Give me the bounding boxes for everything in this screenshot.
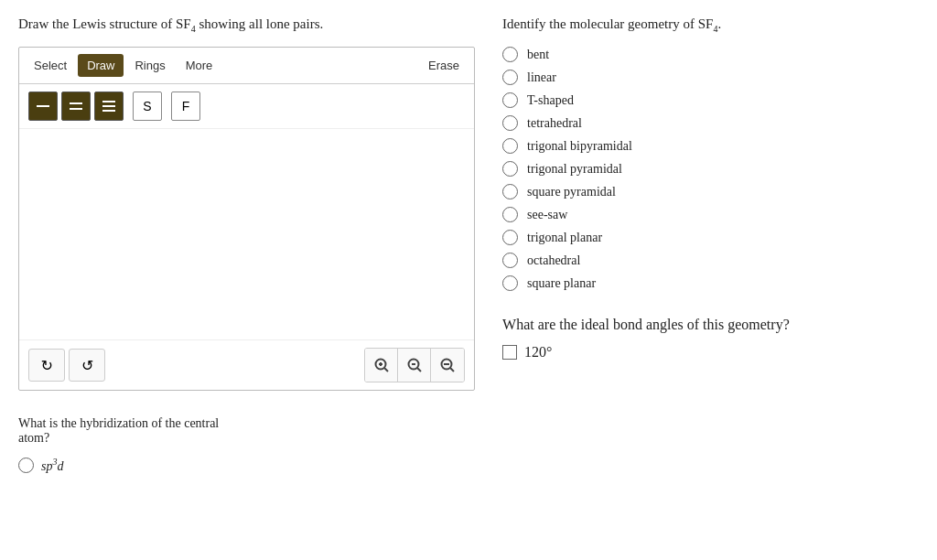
drawing-canvas[interactable]: [19, 129, 474, 339]
bond-angle-checkbox[interactable]: [502, 345, 517, 360]
bond-angles-section: What are the ideal bond angles of this g…: [502, 317, 919, 361]
left-panel: Draw the Lewis structure of SF4 showing …: [18, 15, 493, 545]
geometry-option-label: trigonal bipyramidal: [527, 139, 632, 154]
geometry-option-label: trigonal planar: [527, 231, 602, 245]
geometry-radio-circle[interactable]: [502, 161, 518, 177]
svg-line-12: [417, 368, 421, 372]
geometry-option[interactable]: trigonal pyramidal: [502, 161, 919, 177]
geometry-radio-circle[interactable]: [502, 275, 518, 291]
single-bond-button[interactable]: [28, 92, 58, 121]
bottom-questions-left: What is the hybridization of the central…: [18, 416, 475, 474]
bond-angles-question: What are the ideal bond angles of this g…: [502, 317, 919, 333]
geometry-option-label: tetrahedral: [527, 116, 582, 131]
geometry-option[interactable]: square pyramidal: [502, 184, 919, 199]
hybridization-section: What is the hybridization of the central…: [18, 416, 247, 474]
bond-angle-checkbox-row[interactable]: 120°: [502, 344, 919, 361]
geometry-option-label: T-shaped: [527, 93, 574, 108]
undo-button[interactable]: ↺: [69, 349, 105, 382]
geometry-option-label: see-saw: [527, 208, 567, 222]
geometry-option[interactable]: bent: [502, 47, 919, 62]
double-bond-button[interactable]: [61, 92, 91, 121]
geometry-option-label: linear: [527, 70, 556, 85]
geometry-option[interactable]: trigonal planar: [502, 230, 919, 245]
right-panel: Identify the molecular geometry of SF4. …: [493, 15, 919, 545]
hybridization-answer: sp3d: [41, 457, 63, 474]
zoom-out-button[interactable]: [431, 349, 464, 382]
history-buttons: ↺ ↺: [28, 349, 105, 382]
geometry-option-label: octahedral: [527, 253, 580, 268]
rings-button[interactable]: Rings: [125, 54, 174, 77]
left-question-suffix: showing all lone pairs.: [196, 16, 324, 31]
left-question-text: Draw the Lewis structure of SF: [18, 16, 191, 31]
geometry-option[interactable]: octahedral: [502, 253, 919, 268]
svg-line-9: [384, 368, 388, 372]
left-question: Draw the Lewis structure of SF4 showing …: [18, 15, 475, 36]
geometry-radio-circle[interactable]: [502, 92, 518, 108]
geometry-radio-circle[interactable]: [502, 230, 518, 245]
geometry-option-label: square pyramidal: [527, 185, 616, 199]
redo-button[interactable]: ↺: [28, 349, 65, 382]
geometry-option[interactable]: T-shaped: [502, 92, 919, 108]
bottom-controls: ↺ ↺: [19, 339, 474, 390]
bond-tools: S F: [19, 84, 474, 129]
draw-button[interactable]: Draw: [78, 54, 124, 77]
triple-bond-button[interactable]: [94, 92, 124, 121]
hybridization-radio[interactable]: sp3d: [18, 457, 247, 474]
hybridization-radio-circle[interactable]: [18, 458, 34, 473]
bond-angle-label: 120°: [524, 344, 552, 361]
draw-toolbar: Select Draw Rings More Erase: [19, 48, 474, 84]
geometry-option[interactable]: linear: [502, 70, 919, 85]
select-button[interactable]: Select: [25, 54, 76, 77]
erase-button[interactable]: Erase: [419, 54, 468, 77]
geometry-option[interactable]: square planar: [502, 275, 919, 291]
zoom-controls: [364, 348, 465, 382]
geometry-option[interactable]: tetrahedral: [502, 115, 919, 131]
geometry-radio-circle[interactable]: [502, 70, 518, 85]
more-button[interactable]: More: [177, 54, 222, 77]
geometry-radio-circle[interactable]: [502, 184, 518, 199]
right-question-text: Identify the molecular geometry of SF: [502, 16, 713, 31]
right-question-suffix: .: [717, 16, 721, 31]
geometry-option[interactable]: see-saw: [502, 207, 919, 222]
geometry-radio-circle[interactable]: [502, 115, 518, 131]
fluorine-atom-button[interactable]: F: [171, 92, 200, 121]
geometry-option-label: square planar: [527, 276, 596, 291]
sulfur-atom-button[interactable]: S: [133, 92, 162, 121]
geometry-option[interactable]: trigonal bipyramidal: [502, 138, 919, 154]
geometry-radio-circle[interactable]: [502, 47, 518, 62]
zoom-in-button[interactable]: [365, 349, 398, 382]
geometry-option-label: trigonal pyramidal: [527, 162, 622, 177]
right-question: Identify the molecular geometry of SF4.: [502, 15, 919, 36]
zoom-fit-button[interactable]: [398, 349, 431, 382]
geometry-options: bentlinearT-shapedtetrahedraltrigonal bi…: [502, 47, 919, 291]
hybridization-question: What is the hybridization of the central…: [18, 416, 247, 446]
geometry-radio-circle[interactable]: [502, 207, 518, 222]
geometry-radio-circle[interactable]: [502, 253, 518, 268]
svg-line-15: [450, 368, 454, 372]
geometry-option-label: bent: [527, 48, 549, 62]
geometry-radio-circle[interactable]: [502, 138, 518, 154]
draw-panel: Select Draw Rings More Erase: [18, 47, 475, 391]
